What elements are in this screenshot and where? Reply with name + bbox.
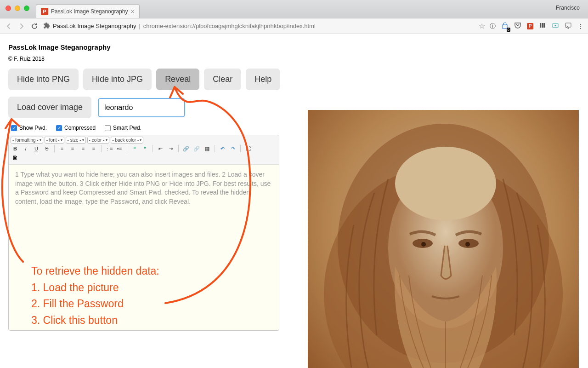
italic-icon[interactable]: I [21,144,30,153]
list-ordered-icon[interactable]: ⋮≡ [104,144,113,153]
extension-icon [43,22,50,30]
checkbox-icon: ✓ [11,125,17,131]
bookmark-icon[interactable]: ☆ [479,22,485,30]
cover-image-preview [308,110,579,368]
svg-rect-6 [565,23,571,27]
font-select[interactable]: - font -▾ [45,137,64,144]
svg-rect-3 [543,23,545,28]
checkbox-icon: ✓ [56,125,62,131]
file-icon[interactable]: 🗎 [11,154,20,162]
align-left-icon[interactable]: ≡ [57,144,67,153]
window-controls [6,6,29,11]
quote-open-icon[interactable]: ❝ [130,144,139,153]
url-extension-name: PassLok Image Steganography [53,23,136,29]
profile-badge[interactable]: Francisco [556,5,580,11]
cast-icon[interactable] [565,22,572,30]
reload-icon[interactable] [30,22,39,30]
library-icon[interactable] [539,22,546,30]
color-select[interactable]: - color -▾ [87,137,109,144]
align-right-icon[interactable]: ≡ [79,144,88,153]
tab-favicon: P [41,8,48,15]
back-color-select[interactable]: - back color -▾ [111,137,144,144]
minimize-window-icon[interactable] [15,6,20,11]
reveal-button[interactable]: Reveal [156,69,199,90]
image-icon[interactable]: ▦ [203,144,212,153]
svg-rect-17 [308,110,579,368]
pocket-icon[interactable] [514,22,521,30]
address-bar[interactable]: PassLok Image Steganography | chrome-ext… [43,20,474,32]
back-icon[interactable] [5,22,13,30]
load-cover-button[interactable]: Load cover image [8,97,91,118]
close-window-icon[interactable] [6,6,11,11]
hide-png-button[interactable]: Hide into PNG [8,69,79,90]
size-select[interactable]: - size -▾ [66,137,86,144]
list-unordered-icon[interactable]: •≡ [115,144,124,153]
clear-button[interactable]: Clear [204,69,241,90]
indent-out-icon[interactable]: ⇤ [156,144,165,153]
compressed-checkbox[interactable]: ✓Compressed [56,125,96,131]
redo-icon[interactable]: ↷ [228,144,237,153]
unlink-icon[interactable]: 🔗 [192,144,201,153]
annot-step2: 2. Fill the Password [31,296,159,312]
quote-close-icon[interactable]: ❞ [141,144,150,153]
annotation-text: To retrieve the hidden data: 1. Load the… [31,263,159,329]
annot-step3: 3. Click this button [31,312,159,329]
menu-icon[interactable]: ⋮ [577,23,583,29]
browser-tab[interactable]: P PassLok Image Steganography × [36,4,140,18]
hide-jpg-button[interactable]: Hide into JPG [83,69,152,90]
maximize-window-icon[interactable] [24,6,29,11]
annot-step1: 1. Load the picture [31,280,159,296]
forward-icon[interactable] [17,22,26,30]
url-path: chrome-extension://plbofcoagajmhglcknifa… [143,23,316,29]
password-input[interactable] [98,98,185,117]
info-icon[interactable]: ⓘ [490,22,496,30]
checkbox-icon [105,125,111,131]
svg-rect-2 [542,23,543,28]
close-tab-icon[interactable]: × [130,8,134,15]
undo-icon[interactable]: ↶ [218,144,227,153]
main-button-row: Hide into PNG Hide into JPG Reveal Clear… [8,69,580,90]
align-justify-icon[interactable]: ≡ [89,144,98,153]
url-separator: | [139,23,140,29]
formatting-select[interactable]: - formatting -▾ [11,137,43,144]
strike-icon[interactable]: S [42,144,51,153]
bold-icon[interactable]: B [11,144,20,153]
screenshot-icon[interactable] [552,22,559,30]
fullscreen-icon[interactable]: ⛶ [243,144,253,153]
link-icon[interactable]: 🔗 [181,144,191,153]
browser-toolbar: PassLok Image Steganography | chrome-ext… [0,18,588,34]
align-center-icon[interactable]: ≡ [68,144,77,153]
smart-pwd-checkbox[interactable]: Smart Pwd. [105,125,141,131]
page-title: PassLok Image Steganography [8,43,580,51]
indent-in-icon[interactable]: ⇥ [166,144,175,153]
tab-title: PassLok Image Steganography [51,8,128,15]
editor-toolbar: - formatting -▾ - font -▾ - size -▾ - co… [9,135,279,165]
underline-icon[interactable]: U [32,144,41,153]
copyright-text: © F. Ruiz 2018 [8,56,580,62]
show-pwd-checkbox[interactable]: ✓Show Pwd. [11,125,47,131]
annot-heading: To retrieve the hidden data: [31,263,159,280]
browser-tabstrip: P PassLok Image Steganography × Francisc… [0,0,588,18]
toolbar-extensions: ⓘ 0 P ⋮ [490,22,583,30]
passlok-ext-icon[interactable]: P [527,23,533,29]
svg-point-5 [555,25,556,26]
help-button[interactable]: Help [246,69,280,90]
cart-icon[interactable]: 0 [501,23,509,30]
svg-rect-1 [540,23,541,28]
